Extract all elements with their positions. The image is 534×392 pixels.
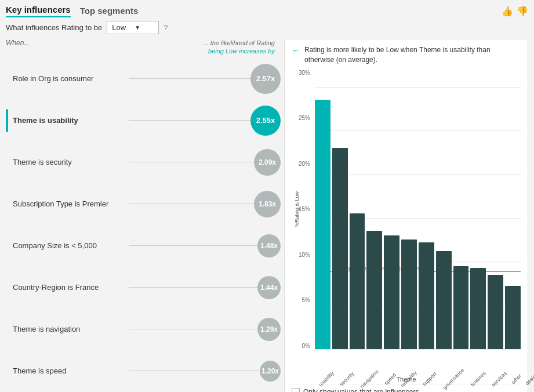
y-axis-label: 30% — [292, 70, 310, 76]
chart-area: %Rating is Low 30%25%20%15%10%5%0% Avera… — [292, 70, 521, 392]
connector-line — [129, 371, 260, 371]
x-label-item: support — [419, 349, 436, 384]
bar-group — [384, 70, 399, 349]
influencer-label: Theme is speed — [13, 366, 129, 375]
help-icon[interactable]: ? — [164, 23, 168, 32]
influencer-item[interactable]: Theme is navigation 1.29x — [6, 308, 281, 350]
influencer-item[interactable]: Role in Org is consumer 2.57x — [6, 58, 281, 100]
filter-value: Low — [112, 23, 131, 32]
influencer-label: Role in Org is consumer — [13, 74, 129, 83]
column-headers: When... ....the likelihood of Rating bei… — [6, 39, 281, 56]
filter-dropdown[interactable]: Low ▼ — [107, 21, 159, 34]
influencer-bubble: 2.57x — [250, 64, 281, 94]
chart-container: %Rating is Low 30%25%20%15%10%5%0% Avera… — [292, 70, 521, 384]
influencer-label: Theme is navigation — [13, 325, 129, 333]
influencer-item[interactable]: Country-Region is France 1.44x — [6, 267, 281, 308]
x-axis-labels: usabilitysecuritynavigationspeedreliabil… — [315, 349, 521, 384]
col-likelihood-label: ....the likelihood of Rating being Low i… — [203, 39, 275, 56]
panel-title: Rating is more likely to be Low when The… — [304, 45, 502, 65]
influencer-list: Role in Org is consumer 2.57x Theme is u… — [6, 58, 281, 392]
bar[interactable] — [453, 266, 469, 349]
bar[interactable] — [401, 239, 417, 349]
bar-group — [505, 70, 521, 349]
bar[interactable] — [366, 231, 382, 349]
influencers-checkbox[interactable] — [292, 388, 300, 392]
bar[interactable] — [384, 235, 399, 349]
bar[interactable] — [350, 213, 365, 349]
influencer-bubble: 1.29x — [257, 318, 281, 341]
connector-line — [129, 162, 254, 162]
x-label-text: design — [524, 371, 534, 386]
x-label-item: services — [488, 349, 507, 384]
bar-group — [366, 70, 382, 349]
x-label-text: other — [510, 372, 523, 385]
influencer-bubble: 1.20x — [260, 361, 281, 382]
panel-header: ← Rating is more likely to be Low when T… — [292, 45, 521, 65]
right-panel: ← Rating is more likely to be Low when T… — [284, 39, 528, 392]
y-axis-label: 5% — [292, 297, 310, 303]
y-axis-labels: 30%25%20%15%10%5%0% — [292, 70, 313, 349]
bar-group — [350, 70, 365, 349]
influencer-label: Theme is security — [13, 158, 129, 166]
main-content: When... ....the likelihood of Rating bei… — [6, 39, 528, 392]
bar[interactable] — [470, 268, 486, 349]
bar-group — [315, 70, 330, 349]
bar-group — [453, 70, 469, 349]
connector-line — [129, 78, 250, 79]
influencer-item[interactable]: Theme is speed 1.20x — [6, 350, 281, 392]
tab-top-segments[interactable]: Top segments — [80, 6, 139, 17]
bar-group — [488, 70, 503, 349]
bar[interactable] — [488, 275, 503, 349]
filter-bar: What influences Rating to be Low ▼ ? — [6, 21, 528, 34]
bar[interactable] — [505, 286, 521, 349]
checkbox-label: Only show values that are influencers — [303, 388, 419, 392]
bar[interactable] — [332, 148, 348, 349]
left-panel: When... ....the likelihood of Rating bei… — [6, 39, 284, 392]
back-arrow-icon[interactable]: ← — [292, 46, 300, 55]
influencer-item[interactable]: Subscription Type is Premier 1.83x — [6, 183, 281, 225]
x-label-item: governance — [438, 349, 465, 384]
bar[interactable] — [436, 251, 452, 349]
chevron-down-icon: ▼ — [135, 24, 154, 31]
influencer-bubble: 2.55x — [250, 106, 281, 136]
bar-group — [401, 70, 417, 349]
influencer-item[interactable]: Theme is security 2.09x — [6, 141, 281, 183]
x-label-item: speed — [381, 349, 395, 384]
x-axis-title: Theme — [396, 376, 416, 383]
bar[interactable] — [419, 242, 434, 349]
col-when-label: When... — [6, 39, 30, 47]
bar-group — [332, 70, 348, 349]
influencer-item[interactable]: Company Size is < 5,000 1.48x — [6, 225, 281, 267]
x-label-item: usability — [315, 349, 334, 384]
bar[interactable] — [315, 100, 330, 349]
thumbs-up-icon[interactable]: 👍 — [502, 6, 513, 17]
influencer-bubble: 1.48x — [257, 234, 281, 257]
y-axis-label: 20% — [292, 161, 310, 167]
influencer-bubble: 1.44x — [257, 276, 281, 299]
y-axis-label: 0% — [292, 343, 310, 349]
connector-line — [129, 329, 257, 329]
influencer-bubble: 1.83x — [254, 191, 281, 217]
y-axis-label: 15% — [292, 206, 310, 212]
connector-line — [129, 287, 257, 288]
bar-group — [436, 70, 452, 349]
tabs-bar: Key influencers Top segments 👍 👎 — [6, 5, 528, 17]
x-label-item: features — [467, 349, 486, 384]
influencer-item[interactable]: Theme is usability 2.55x — [6, 100, 281, 141]
x-label-item: security — [336, 349, 354, 384]
y-axis-label: 10% — [292, 252, 310, 258]
y-axis-label: 25% — [292, 115, 310, 121]
x-label-item: navigation — [355, 349, 379, 384]
influencer-label: Subscription Type is Premier — [13, 199, 129, 208]
influencer-label: Company Size is < 5,000 — [13, 241, 129, 250]
chart-bars-area — [315, 70, 521, 349]
filter-label: What influences Rating to be — [6, 23, 102, 32]
bar-group — [419, 70, 434, 349]
tab-key-influencers[interactable]: Key influencers — [6, 5, 71, 17]
bar-group — [470, 70, 486, 349]
connector-line — [129, 120, 250, 121]
thumbs-down-icon[interactable]: 👎 — [517, 6, 528, 17]
influencer-label: Country-Region is France — [13, 283, 129, 292]
influencer-bubble: 2.09x — [254, 149, 281, 176]
x-label-item: design — [522, 349, 534, 384]
